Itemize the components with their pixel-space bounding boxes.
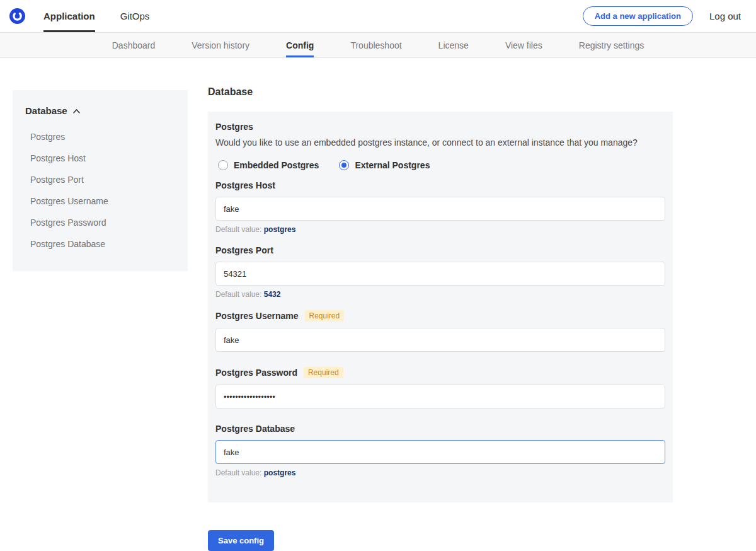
field-postgres-password: Postgres Password Required: [215, 367, 665, 422]
radio-circle-icon[interactable]: [218, 160, 228, 170]
sidebar-group-database[interactable]: Database: [25, 105, 175, 116]
logout-link[interactable]: Log out: [709, 11, 741, 21]
field-postgres-host: Postgres Host Default value: postgres: [215, 180, 665, 234]
sidebar-item-postgres-database[interactable]: Postgres Database: [25, 233, 175, 255]
group-title: Postgres: [215, 122, 665, 132]
sidebar-item-postgres-port[interactable]: Postgres Port: [25, 169, 175, 190]
radio-circle-selected-icon[interactable]: [339, 160, 349, 170]
app-subnav: Dashboard Version history Config Trouble…: [0, 33, 756, 58]
app-logo-icon: [9, 0, 26, 32]
field-postgres-port: Postgres Port Default value: 5432: [215, 245, 665, 299]
topbar: Application GitOps Add a new application…: [0, 0, 756, 33]
save-config-button[interactable]: Save config: [208, 530, 274, 551]
field-label: Postgres Database: [215, 424, 295, 434]
required-badge: Required: [304, 367, 343, 378]
sidebar-item-postgres-password[interactable]: Postgres Password: [25, 212, 175, 233]
radio-external-postgres[interactable]: External Postgres: [339, 160, 430, 170]
radio-label: Embedded Postgres: [234, 160, 319, 170]
sidebar-item-postgres-host[interactable]: Postgres Host: [25, 148, 175, 169]
postgres-database-input[interactable]: [215, 440, 665, 464]
subtab-license[interactable]: License: [438, 33, 469, 57]
sidebar-item-list: Postgres Postgres Host Postgres Port Pos…: [25, 126, 175, 255]
tab-gitops[interactable]: GitOps: [120, 0, 150, 32]
postgres-host-input[interactable]: [215, 197, 665, 221]
field-label: Postgres Password: [215, 368, 297, 378]
subtab-troubleshoot[interactable]: Troubleshoot: [350, 33, 401, 57]
postgres-password-input[interactable]: [215, 385, 665, 409]
postgres-port-input[interactable]: [215, 262, 665, 286]
subtab-config[interactable]: Config: [286, 33, 314, 57]
field-postgres-database: Postgres Database Default value: postgre…: [215, 424, 665, 477]
radio-embedded-postgres[interactable]: Embedded Postgres: [218, 160, 319, 170]
main-content: Database Postgres Postgres Host Postgres…: [0, 58, 756, 550]
subtab-dashboard[interactable]: Dashboard: [112, 33, 156, 57]
field-label: Postgres Port: [215, 245, 273, 255]
section-heading: Database: [208, 86, 673, 98]
add-application-button[interactable]: Add a new application: [583, 6, 693, 26]
default-value-help: Default value: 5432: [215, 290, 665, 299]
required-badge: Required: [305, 310, 345, 322]
postgres-mode-radio-group: Embedded Postgres External Postgres: [215, 160, 665, 170]
subtab-registry-settings[interactable]: Registry settings: [579, 33, 644, 57]
tab-application[interactable]: Application: [43, 0, 95, 32]
radio-label: External Postgres: [355, 160, 430, 170]
config-sidebar: Database Postgres Postgres Host Postgres…: [13, 90, 188, 271]
field-postgres-username: Postgres Username Required: [215, 310, 665, 366]
chevron-up-icon: [72, 105, 81, 116]
sidebar-item-postgres[interactable]: Postgres: [25, 126, 175, 148]
field-label: Postgres Host: [215, 180, 275, 190]
config-group-panel: Postgres Would you like to use an embedd…: [208, 112, 673, 502]
sidebar-item-postgres-username[interactable]: Postgres Username: [25, 190, 175, 212]
topbar-right: Add a new application Log out: [583, 0, 741, 32]
default-value-help: Default value: postgres: [215, 468, 665, 477]
top-navigation: Application GitOps: [43, 0, 149, 32]
postgres-username-input[interactable]: [215, 328, 665, 352]
subtab-view-files[interactable]: View files: [505, 33, 542, 57]
config-form-area: Database Postgres Would you like to use …: [208, 86, 673, 551]
group-help-text: Would you like to use an embedded postgr…: [215, 137, 665, 148]
sidebar-group-label: Database: [25, 105, 67, 116]
field-label: Postgres Username: [215, 311, 299, 321]
subtab-version-history[interactable]: Version history: [192, 33, 249, 57]
default-value-help: Default value: postgres: [215, 225, 665, 234]
